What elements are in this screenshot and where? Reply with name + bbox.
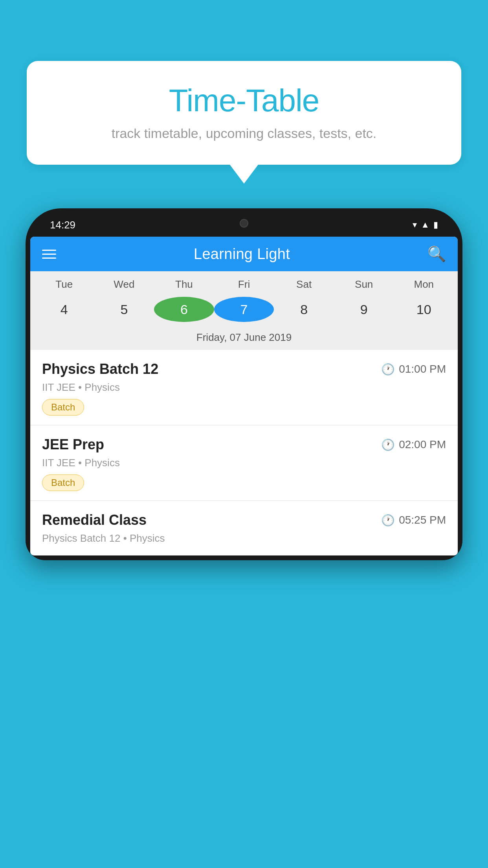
status-icons: ▾ ▲ ▮ [413,220,438,230]
date-cell-9: 9 [334,297,394,322]
card-3-time-group: 🕐 05:25 PM [381,514,446,527]
class-card-2[interactable]: JEE Prep 🕐 02:00 PM IIT JEE • Physics Ba… [30,425,458,501]
menu-button[interactable] [42,250,56,259]
speech-bubble: Time-Table track timetable, upcoming cla… [27,61,461,165]
phone-frame: 14:29 ▾ ▲ ▮ Learning Light 🔍 [26,208,462,560]
speech-bubble-arrow [230,165,258,184]
clock-icon-3: 🕐 [381,514,395,527]
card-3-time: 05:25 PM [399,514,446,526]
date-cell-9-wrapper[interactable]: 9 [334,297,394,322]
phone-screen: Learning Light 🔍 Tue Wed Thu Fri Sat Sun… [30,237,458,555]
card-3-subtitle: Physics Batch 12 • Physics [42,532,446,544]
weekday-thu: Thu [154,278,214,291]
weekday-wed: Wed [94,278,154,291]
batch-badge-2: Batch [42,474,84,491]
phone-notch [220,213,268,234]
search-button[interactable]: 🔍 [427,245,446,263]
weekday-mon: Mon [394,278,454,291]
signal-icon: ▲ [421,220,429,230]
clock-icon-1: 🕐 [381,363,395,376]
class-card-1[interactable]: Physics Batch 12 🕐 01:00 PM IIT JEE • Ph… [30,350,458,425]
wifi-icon: ▾ [413,220,417,230]
status-time: 14:29 [50,219,75,231]
selected-date-label: Friday, 07 June 2019 [30,327,458,350]
camera-dot [240,219,248,228]
card-1-header: Physics Batch 12 🕐 01:00 PM [42,361,446,377]
card-2-time-group: 🕐 02:00 PM [381,438,446,451]
status-bar: 14:29 ▾ ▲ ▮ [30,213,458,237]
card-1-time-group: 🕐 01:00 PM [381,363,446,376]
date-cell-6-today: 6 [154,297,214,322]
class-card-3[interactable]: Remedial Class 🕐 05:25 PM Physics Batch … [30,501,458,555]
card-3-header: Remedial Class 🕐 05:25 PM [42,512,446,528]
bubble-subtitle: track timetable, upcoming classes, tests… [50,126,438,141]
card-2-time: 02:00 PM [399,438,446,451]
battery-icon: ▮ [433,220,438,230]
card-1-subtitle: IIT JEE • Physics [42,381,446,394]
clock-icon-2: 🕐 [381,438,395,451]
app-title: Learning Light [194,246,290,263]
weekday-tue: Tue [34,278,94,291]
card-2-header: JEE Prep 🕐 02:00 PM [42,436,446,453]
batch-badge-1: Batch [42,399,84,416]
date-cell-8-wrapper[interactable]: 8 [274,297,334,322]
speech-bubble-container: Time-Table track timetable, upcoming cla… [27,61,461,184]
date-cell-8: 8 [274,297,334,322]
weekday-sun: Sun [334,278,394,291]
app-header: Learning Light 🔍 [30,237,458,271]
card-1-time: 01:00 PM [399,363,446,375]
date-cell-7-selected: 7 [214,297,274,322]
weekday-sat: Sat [274,278,334,291]
date-cell-4-wrapper[interactable]: 4 [34,297,94,322]
date-cell-10-wrapper[interactable]: 10 [394,297,454,322]
phone-wrapper: 14:29 ▾ ▲ ▮ Learning Light 🔍 [26,208,462,868]
calendar-section: Tue Wed Thu Fri Sat Sun Mon 4 5 [30,271,458,350]
date-cell-5: 5 [94,297,154,322]
date-cell-5-wrapper[interactable]: 5 [94,297,154,322]
date-cell-4: 4 [34,297,94,322]
card-2-title: JEE Prep [42,436,104,453]
date-cell-7-wrapper[interactable]: 7 [214,297,274,322]
card-2-subtitle: IIT JEE • Physics [42,457,446,469]
date-cell-10: 10 [394,297,454,322]
card-3-title: Remedial Class [42,512,147,528]
weekday-row: Tue Wed Thu Fri Sat Sun Mon [30,271,458,294]
card-1-title: Physics Batch 12 [42,361,158,377]
date-cell-6-wrapper[interactable]: 6 [154,297,214,322]
weekday-fri: Fri [214,278,274,291]
date-row: 4 5 6 7 8 9 [30,294,458,327]
bubble-title: Time-Table [50,83,438,119]
